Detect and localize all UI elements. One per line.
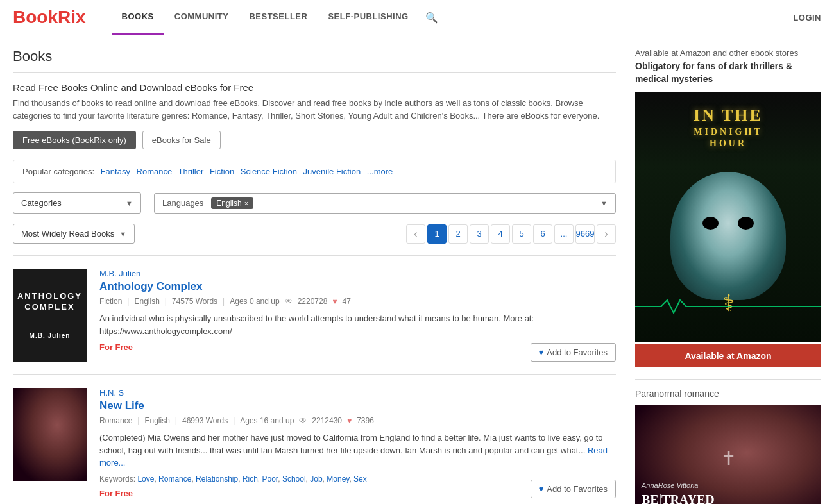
next-page-button[interactable]: ›: [597, 224, 616, 244]
kw-relationship[interactable]: Relationship: [196, 475, 238, 483]
add-favorites-button-2[interactable]: ♥ Add to Favorites: [531, 480, 616, 498]
cat-juvenile-fiction[interactable]: Juvenile Fiction: [303, 167, 361, 176]
page-6-button[interactable]: 6: [533, 224, 552, 244]
eye-icon-1: 👁: [285, 297, 293, 306]
midnight-title-line1: IN THE: [694, 105, 763, 126]
search-icon[interactable]: 🔍: [419, 12, 445, 24]
book-desc-2: (Completed) Mia Owens and her mother hav…: [99, 432, 616, 469]
heart-btn-icon-1: ♥: [539, 348, 544, 357]
book-entry-1: ANTHOLOGYCOMPLEX M.B. Julien M.B. Julien…: [13, 255, 616, 374]
meta-sep-2c: |: [233, 416, 235, 425]
nav-books[interactable]: BOOKS: [112, 0, 164, 35]
cat-more[interactable]: ...more: [367, 167, 393, 176]
language-tag-english: English ×: [211, 197, 253, 209]
login-button[interactable]: LOGIN: [793, 13, 821, 22]
categories-dropdown[interactable]: Categories ▼: [13, 192, 141, 214]
kw-rich[interactable]: Rich: [243, 475, 258, 483]
kw-poor[interactable]: Poor: [262, 475, 278, 483]
meta-sep-2a: |: [137, 416, 139, 425]
book-words-2: 46993 Words: [182, 416, 228, 425]
cat-science-fiction[interactable]: Science Fiction: [241, 167, 297, 176]
cover-image-2: [13, 388, 87, 481]
main-layout: Books Read Free Books Online and Downloa…: [0, 35, 834, 504]
midnight-title-line3: HOUR: [694, 138, 763, 149]
meta-sep-1b: |: [165, 297, 167, 306]
filter-buttons: Free eBooks (BookRix only) eBooks for Sa…: [13, 131, 616, 149]
prev-page-button[interactable]: ‹: [406, 224, 425, 244]
add-favorites-label-1: Add to Favorites: [547, 348, 608, 357]
cat-fantasy[interactable]: Fantasy: [101, 167, 130, 176]
page-5-button[interactable]: 5: [512, 224, 531, 244]
book-entry-2: H.N. S New Life Romance | English | 4699…: [13, 374, 616, 504]
nav-bestseller[interactable]: BESTSELLER: [239, 0, 318, 35]
sort-dropdown[interactable]: Most Widely Read Books ▼: [13, 224, 135, 244]
book-desc-1: An individual who is physically unsubscr…: [99, 312, 616, 337]
page-3-button[interactable]: 3: [470, 224, 489, 244]
book-language-1: English: [134, 297, 159, 306]
kw-love[interactable]: Love: [137, 475, 154, 483]
categories-arrow-icon: ▼: [126, 199, 133, 207]
page-last-button[interactable]: 9669: [575, 224, 595, 244]
book-words-1: 74575 Words: [172, 297, 217, 306]
ebooks-for-sale-button[interactable]: eBooks for Sale: [142, 131, 221, 149]
language-tag-text: English: [216, 199, 241, 208]
cat-romance[interactable]: Romance: [137, 167, 173, 176]
sort-pagination-row: Most Widely Read Books ▼ ‹ 1 2 3 4 5 6 .…: [13, 224, 616, 244]
kw-school[interactable]: School: [282, 475, 306, 483]
heart-icon-1: ♥: [332, 297, 337, 306]
sidebar-ad-bold: Obligatory for fans of dark thrillers & …: [635, 60, 821, 85]
amazon-button[interactable]: Available at Amazon: [635, 344, 821, 367]
cat-thriller[interactable]: Thriller: [178, 167, 204, 176]
cat-fiction[interactable]: Fiction: [210, 167, 234, 176]
book-views-1: 2220728: [298, 297, 328, 306]
meta-sep-1a: |: [127, 297, 129, 306]
categories-label: Popular categories:: [22, 167, 94, 176]
nav-community[interactable]: COMMUNITY: [164, 0, 239, 35]
page-1-button[interactable]: 1: [427, 224, 447, 244]
page-2-button[interactable]: 2: [448, 224, 468, 244]
book-genre-2: Romance: [99, 416, 132, 425]
logo[interactable]: BookRix: [13, 7, 86, 28]
book-meta-2: Romance | English | 46993 Words | Ages 1…: [99, 416, 616, 425]
logo-rest: ookRix: [26, 7, 85, 27]
divider: [13, 72, 616, 73]
languages-dropdown[interactable]: Languages English × ▼: [154, 193, 616, 214]
heart-btn-icon-2: ♥: [539, 484, 544, 494]
book-cover-newlife: [13, 388, 87, 481]
book-author-2[interactable]: H.N. S: [99, 388, 616, 398]
page-4-button[interactable]: 4: [491, 224, 510, 244]
content-area: Books Read Free Books Online and Downloa…: [13, 48, 616, 504]
book-info-2: H.N. S New Life Romance | English | 4699…: [99, 388, 616, 498]
book-title-1[interactable]: Anthology Complex: [99, 280, 616, 293]
free-ebooks-button[interactable]: Free eBooks (BookRix only): [13, 131, 136, 149]
book-info-1: M.B. Julien Anthology Complex Fiction | …: [99, 269, 616, 362]
kw-money[interactable]: Money: [327, 475, 349, 483]
kw-romance[interactable]: Romance: [158, 475, 191, 483]
midnight-title-line2: MIDNIGHT: [694, 126, 763, 138]
book-title-2[interactable]: New Life: [99, 399, 616, 412]
cover-title-1: ANTHOLOGYCOMPLEX: [17, 291, 82, 313]
intro-heading: Read Free Books Online and Download eBoo…: [13, 82, 616, 93]
betrayed-author: AnnaRose Vittoria: [642, 482, 815, 489]
skull-eyes: [702, 217, 754, 230]
book-author-1[interactable]: M.B. Julien: [99, 269, 616, 278]
sidebar: Available at Amazon and other ebook stor…: [635, 48, 821, 504]
sidebar-book-cover-midnight[interactable]: IN THE MIDNIGHT HOUR ⚕: [635, 92, 821, 342]
betrayed-text-block: AnnaRose Vittoria BE|TRAYED by a: [642, 482, 815, 504]
midnight-title: IN THE MIDNIGHT HOUR: [694, 105, 763, 149]
book-genre-1: Fiction: [99, 297, 122, 306]
nav-self-publishing[interactable]: SELF-PUBLISHING: [318, 0, 418, 35]
book-cover-1[interactable]: ANTHOLOGYCOMPLEX M.B. Julien: [13, 269, 87, 362]
add-favorites-button-1[interactable]: ♥ Add to Favorites: [531, 343, 616, 362]
heartbeat-svg: [635, 297, 821, 316]
sidebar-book-cover-betrayed[interactable]: ✝ AnnaRose Vittoria BE|TRAYED by a: [635, 405, 821, 504]
midnight-hour-bg: IN THE MIDNIGHT HOUR ⚕: [635, 92, 821, 342]
kw-job[interactable]: Job: [310, 475, 322, 483]
meta-sep-2b: |: [175, 416, 177, 425]
book-cover-2[interactable]: [13, 388, 87, 481]
kw-sex[interactable]: Sex: [353, 475, 367, 483]
page-title: Books: [13, 48, 616, 65]
language-remove-icon[interactable]: ×: [244, 199, 248, 207]
cross-icon: ✝: [720, 447, 736, 469]
dropdowns-row: Categories ▼ Languages English × ▼: [13, 192, 616, 214]
